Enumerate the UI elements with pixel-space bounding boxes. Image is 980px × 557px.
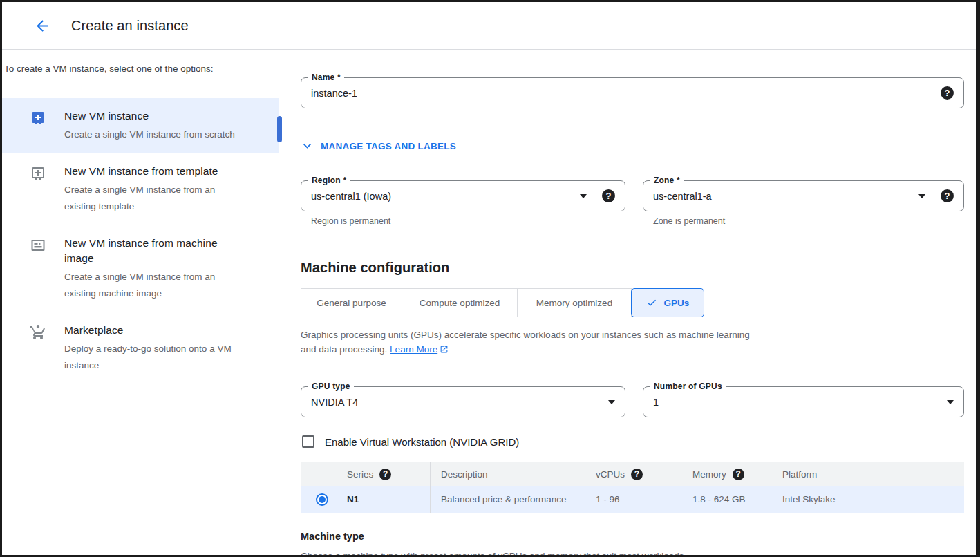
tab-memory-optimized[interactable]: Memory optimized xyxy=(517,288,632,317)
zone-label: Zone * xyxy=(650,176,684,185)
option-title: New VM instance xyxy=(64,108,238,124)
option-description: Create a single VM instance from an exis… xyxy=(64,269,238,302)
create-instance-window: Create an instance To create a VM instan… xyxy=(0,0,980,557)
sidebar-item-new-vm-from-template[interactable]: New VM instance from template Create a s… xyxy=(2,153,279,225)
gpu-type-value: NVIDIA T4 xyxy=(311,397,608,408)
memory-column-label: Memory xyxy=(692,469,726,480)
platform-cell: Intel Skylake xyxy=(782,494,964,504)
marketplace-cart-icon xyxy=(30,323,46,374)
option-title: New VM instance from machine image xyxy=(64,236,238,266)
virtual-workstation-checkbox-row[interactable]: Enable Virtual Workstation (NVIDIA GRID) xyxy=(302,435,519,448)
option-description: Deploy a ready-to-go solution onto a VM … xyxy=(64,341,238,374)
tab-general-purpose[interactable]: General purpose xyxy=(301,288,402,317)
sidebar-intro-text: To create a VM instance, select one of t… xyxy=(2,63,279,75)
gpu-count-select[interactable]: Number of GPUs 1 xyxy=(643,386,964,417)
series-table-header: Series ? Description vCPUs ? Memory ? xyxy=(301,462,964,486)
zone-value: us-central1-a xyxy=(653,191,918,202)
page-header: Create an instance xyxy=(2,2,976,50)
arrow-back-icon xyxy=(34,17,51,35)
memory-help-icon[interactable]: ? xyxy=(733,469,744,480)
zone-helper-text: Zone is permanent xyxy=(653,216,964,226)
description-column-label: Description xyxy=(441,469,488,480)
vcpus-column-label: vCPUs xyxy=(596,469,625,480)
machine-type-heading: Machine type xyxy=(301,531,964,542)
name-field-label: Name * xyxy=(308,73,344,82)
zone-select[interactable]: Zone * us-central1-a ? xyxy=(643,180,964,211)
series-table: Series ? Description vCPUs ? Memory ? xyxy=(301,462,964,513)
sidebar-item-new-vm-instance[interactable]: New VM instance Create a single VM insta… xyxy=(2,98,279,153)
virtual-workstation-checkbox[interactable] xyxy=(302,435,314,448)
gpu-tab-description: Graphics processing units (GPUs) acceler… xyxy=(301,328,757,357)
back-button[interactable] xyxy=(33,17,51,35)
name-field-value[interactable]: instance-1 xyxy=(311,88,941,99)
tab-compute-optimized[interactable]: Compute optimized xyxy=(402,288,518,317)
tab-gpus[interactable]: GPUs xyxy=(631,288,704,317)
vm-plus-filled-icon xyxy=(30,108,46,143)
sidebar-item-new-vm-from-machine-image[interactable]: New VM instance from machine image Creat… xyxy=(2,225,279,312)
manage-tags-toggle[interactable]: MANAGE TAGS AND LABELS xyxy=(301,140,456,152)
virtual-workstation-label: Enable Virtual Workstation (NVIDIA GRID) xyxy=(325,436,519,448)
series-cell: N1 xyxy=(347,494,430,504)
tab-gpus-label: GPUs xyxy=(664,298,690,308)
machine-configuration-heading: Machine configuration xyxy=(301,260,964,276)
description-cell: Balanced price & performance xyxy=(430,486,596,513)
machine-type-description: Choose a machine type with preset amount… xyxy=(301,551,964,555)
external-link-icon[interactable] xyxy=(440,345,449,354)
vcpus-cell: 1 - 96 xyxy=(596,494,692,504)
gpu-type-label: GPU type xyxy=(308,381,354,391)
dropdown-arrow-icon[interactable] xyxy=(608,400,615,404)
instance-form: Name * instance-1 ? MANAGE TAGS AND LABE… xyxy=(279,50,976,555)
dropdown-arrow-icon[interactable] xyxy=(580,194,587,198)
page-title: Create an instance xyxy=(71,18,189,34)
name-field[interactable]: Name * instance-1 ? xyxy=(301,77,964,108)
region-helper-text: Region is permanent xyxy=(311,216,625,226)
zone-help-icon[interactable]: ? xyxy=(941,189,954,202)
gpu-count-label: Number of GPUs xyxy=(650,381,726,391)
gpu-count-value: 1 xyxy=(653,397,947,408)
name-help-icon[interactable]: ? xyxy=(941,86,954,100)
dropdown-arrow-icon[interactable] xyxy=(918,194,925,198)
machine-family-tabs: General purpose Compute optimized Memory… xyxy=(301,288,964,317)
option-title: Marketplace xyxy=(64,323,238,338)
series-n1-radio[interactable] xyxy=(316,493,328,506)
gpu-type-select[interactable]: GPU type NVIDIA T4 xyxy=(301,386,625,417)
vcpus-help-icon[interactable]: ? xyxy=(631,469,643,480)
region-label: Region * xyxy=(308,176,350,185)
platform-column-label: Platform xyxy=(782,469,817,480)
dropdown-arrow-icon[interactable] xyxy=(947,400,954,404)
vm-plus-outline-icon xyxy=(30,164,46,215)
machine-image-icon xyxy=(30,236,46,302)
chevron-down-icon xyxy=(301,140,313,152)
option-description: Create a single VM instance from an exis… xyxy=(64,182,238,215)
series-row-n1[interactable]: N1 Balanced price & performance 1 - 96 1… xyxy=(301,486,964,513)
memory-cell: 1.8 - 624 GB xyxy=(692,494,782,504)
check-icon xyxy=(646,297,657,308)
create-options-sidebar: To create a VM instance, select one of t… xyxy=(2,50,279,555)
sidebar-item-marketplace[interactable]: Marketplace Deploy a ready-to-go solutio… xyxy=(2,312,279,384)
option-title: New VM instance from template xyxy=(64,164,238,179)
sidebar-scrollbar-thumb[interactable] xyxy=(277,116,282,142)
manage-tags-label: MANAGE TAGS AND LABELS xyxy=(321,141,456,151)
region-help-icon[interactable]: ? xyxy=(602,189,615,202)
option-description: Create a single VM instance from scratch xyxy=(64,126,238,143)
region-select[interactable]: Region * us-central1 (Iowa) ? xyxy=(301,180,625,211)
option-list: New VM instance Create a single VM insta… xyxy=(2,98,279,384)
series-help-icon[interactable]: ? xyxy=(379,469,391,480)
learn-more-link[interactable]: Learn More xyxy=(390,344,437,355)
series-column-label: Series xyxy=(347,469,373,480)
region-value: us-central1 (Iowa) xyxy=(311,191,580,202)
gpu-description-text: Graphics processing units (GPUs) acceler… xyxy=(301,330,750,355)
